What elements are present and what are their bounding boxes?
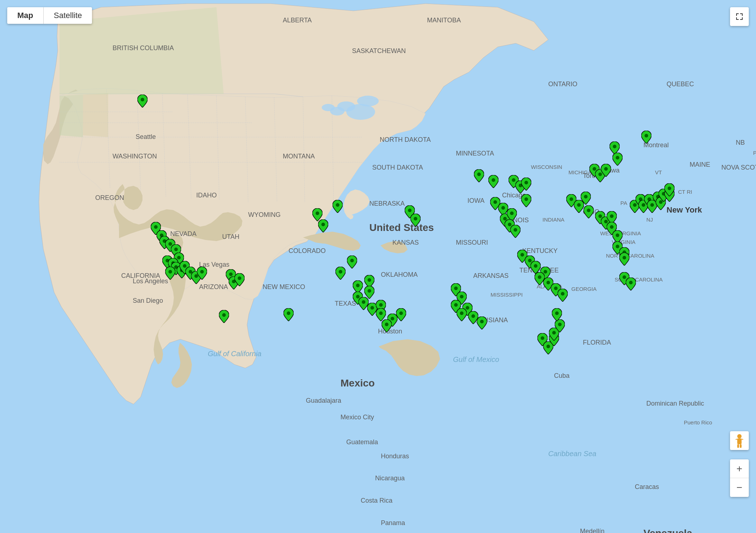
map-type-control: Map Satellite (7, 7, 92, 24)
svg-point-19 (322, 104, 335, 111)
svg-point-40 (222, 313, 226, 317)
svg-point-119 (668, 187, 671, 190)
svg-point-61 (460, 295, 463, 298)
map-pin[interactable] (510, 225, 520, 238)
svg-point-92 (555, 311, 559, 315)
svg-point-83 (538, 275, 541, 279)
map-pin[interactable] (521, 194, 531, 207)
svg-point-91 (558, 323, 562, 326)
map-pin[interactable] (558, 289, 568, 302)
svg-point-22 (154, 225, 158, 229)
map-pin[interactable] (555, 319, 565, 332)
svg-point-122 (645, 134, 648, 137)
map-pin[interactable] (165, 267, 175, 280)
svg-point-70 (501, 206, 505, 210)
svg-point-60 (454, 287, 458, 290)
svg-point-52 (370, 306, 374, 310)
svg-point-65 (471, 314, 475, 318)
map-pin[interactable] (457, 308, 467, 321)
zoom-controls: + − (730, 459, 749, 497)
svg-point-51 (362, 300, 365, 304)
svg-point-77 (524, 181, 528, 184)
map-pin[interactable] (521, 178, 531, 191)
svg-point-69 (493, 200, 497, 204)
svg-point-84 (546, 281, 550, 284)
map-pin[interactable] (552, 308, 562, 321)
map-pin[interactable] (581, 192, 591, 205)
map-pin[interactable] (601, 164, 611, 177)
fullscreen-button[interactable] (730, 7, 749, 26)
svg-point-44 (336, 203, 339, 207)
pegman-button[interactable] (730, 431, 749, 450)
map-pin[interactable] (664, 183, 674, 196)
svg-point-102 (610, 214, 614, 218)
svg-point-49 (368, 289, 371, 293)
map-pin[interactable] (333, 200, 343, 213)
svg-point-32 (168, 270, 172, 274)
svg-point-96 (587, 209, 590, 212)
map-pin[interactable] (335, 267, 346, 280)
map-type-map-button[interactable]: Map (7, 7, 44, 24)
map-pin[interactable] (626, 278, 636, 290)
map-pin[interactable] (612, 153, 623, 166)
svg-point-103 (610, 225, 614, 229)
svg-point-86 (561, 292, 564, 296)
map-pin[interactable] (234, 273, 245, 286)
map-container: ALBERTAMANITOBABRITISH COLUMBIASASKATCHE… (0, 0, 756, 533)
svg-point-20 (357, 96, 379, 106)
svg-point-56 (385, 323, 388, 326)
svg-point-66 (480, 320, 484, 323)
map-pin[interactable] (410, 214, 421, 227)
svg-point-109 (629, 281, 633, 284)
svg-point-74 (514, 228, 517, 232)
svg-rect-125 (737, 444, 739, 448)
map-pin[interactable] (474, 169, 484, 182)
svg-point-85 (554, 287, 558, 290)
svg-point-57 (399, 311, 403, 315)
svg-point-43 (321, 223, 325, 226)
zoom-in-button[interactable]: + (730, 459, 749, 478)
svg-point-58 (408, 209, 412, 212)
map-pin[interactable] (347, 255, 357, 268)
svg-point-54 (379, 311, 383, 315)
svg-point-72 (510, 211, 514, 215)
map-pin[interactable] (284, 308, 294, 321)
svg-point-87 (541, 336, 544, 340)
svg-point-47 (368, 278, 371, 282)
map-pin[interactable] (137, 95, 148, 108)
svg-point-107 (623, 256, 626, 259)
svg-point-94 (577, 203, 581, 207)
map-pin[interactable] (619, 253, 629, 266)
svg-point-120 (613, 145, 616, 148)
svg-point-68 (492, 178, 495, 182)
svg-point-78 (524, 197, 528, 201)
map-pin[interactable] (477, 316, 487, 329)
svg-point-42 (316, 211, 319, 215)
svg-point-59 (414, 217, 417, 220)
svg-point-36 (200, 270, 204, 274)
svg-point-48 (356, 284, 360, 287)
svg-point-121 (616, 156, 619, 160)
pegman-icon (734, 433, 744, 448)
map-pin[interactable] (219, 310, 229, 323)
svg-point-37 (229, 272, 233, 276)
zoom-out-button[interactable]: − (730, 478, 749, 497)
svg-point-41 (287, 311, 290, 315)
svg-point-75 (512, 178, 515, 182)
svg-point-95 (584, 195, 588, 198)
svg-point-67 (477, 172, 481, 176)
map-pin[interactable] (641, 131, 651, 144)
map-type-satellite-button[interactable]: Satellite (44, 7, 92, 24)
svg-rect-126 (740, 444, 742, 448)
map-pin[interactable] (488, 175, 498, 188)
map-pin[interactable] (382, 319, 392, 332)
fullscreen-icon (735, 12, 744, 21)
map-pin[interactable] (584, 205, 594, 218)
svg-point-79 (520, 253, 524, 257)
svg-point-99 (604, 167, 608, 171)
svg-point-93 (570, 197, 573, 201)
map-pin[interactable] (318, 219, 328, 232)
svg-point-39 (238, 276, 241, 280)
map-pin[interactable] (197, 267, 207, 280)
map-pin[interactable] (396, 308, 406, 321)
